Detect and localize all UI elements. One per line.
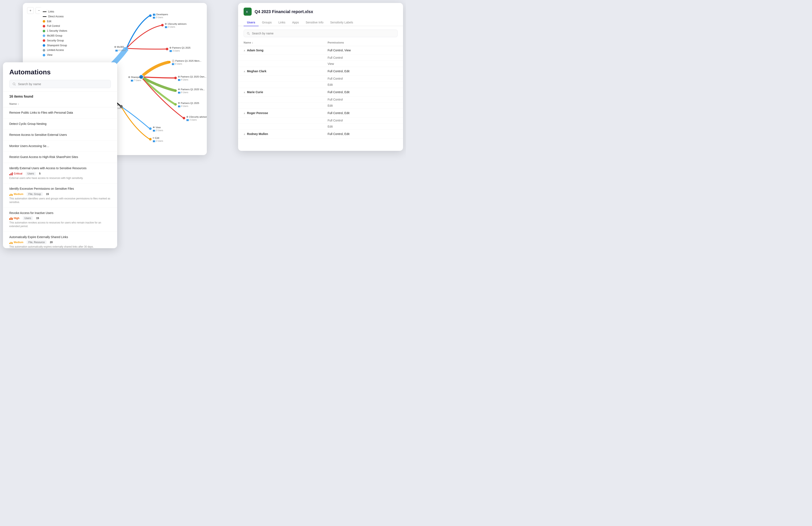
- tab-sensitive-info[interactable]: Sensitive Info: [302, 19, 327, 26]
- user-permission: Full Control, View: [322, 46, 403, 55]
- table-row: Edit: [238, 103, 403, 109]
- svg-text:👥 4 Users: 👥 4 Users: [115, 49, 126, 52]
- list-item[interactable]: Revoke Access for Inactive Users High Us…: [3, 208, 117, 232]
- svg-text:⚙ Ms365: ⚙ Ms365: [114, 46, 124, 48]
- svg-text:👥 6 Users: 👥 6 Users: [178, 91, 188, 94]
- svg-text:👥 3 Users: 👥 3 Users: [169, 49, 180, 52]
- svg-text:👥 6 Users: 👥 6 Users: [172, 62, 182, 65]
- list-item[interactable]: Detect Cyclic Group Nesting: [3, 119, 117, 130]
- type-tag: File, Resource: [27, 240, 46, 244]
- list-item[interactable]: Restrict Guest Access to High-Risk Share…: [3, 152, 117, 163]
- table-row: Full Control: [238, 138, 403, 139]
- svg-text:👥 3 Users: 👥 3 Users: [153, 129, 163, 132]
- automations-header: Automations: [3, 62, 117, 92]
- critical-icon: [9, 172, 13, 175]
- excel-icon: X: [245, 9, 250, 14]
- svg-text:👥 4 Users: 👥 4 Users: [178, 78, 188, 81]
- automation-list[interactable]: Remove Public Links to Files with Person…: [3, 107, 117, 248]
- svg-text:📋 Partners Q1 2025 Mem...: 📋 Partners Q1 2025 Mem...: [172, 59, 202, 62]
- user-permission: Full Control, Edit: [322, 88, 403, 96]
- users-table-scroll[interactable]: Name ↕ Permissions ∧Adam Song Full Contr…: [238, 39, 403, 139]
- automations-table-header: Name ↕: [3, 101, 117, 107]
- user-permission: Full Control, Edit: [322, 130, 403, 138]
- sub-permission: Edit: [322, 124, 403, 130]
- list-item[interactable]: Remove Access to Sensitive External User…: [3, 130, 117, 141]
- svg-line-1: [15, 85, 16, 85]
- sub-permission: Full Control: [322, 55, 403, 61]
- svg-point-23: [168, 61, 171, 63]
- automations-title: Automations: [9, 68, 111, 76]
- chevron-down-icon: ∧: [244, 133, 245, 135]
- svg-point-14: [149, 14, 151, 17]
- svg-point-29: [174, 89, 177, 92]
- tab-groups[interactable]: Groups: [259, 19, 275, 26]
- file-tabs: Users Groups Links Apps Sensitive Info S…: [238, 16, 403, 26]
- svg-text:⚙ Partners Q1 2025 Own...: ⚙ Partners Q1 2025 Own...: [178, 75, 206, 78]
- svg-text:⚙ 1Security advisors: ⚙ 1Security advisors: [165, 22, 187, 25]
- table-row[interactable]: ∧Marie Curie Full Control, Edit: [238, 88, 403, 96]
- table-row: Full Control: [238, 118, 403, 124]
- table-row: Full Control: [238, 96, 403, 103]
- list-item[interactable]: Identify External Users with Access to S…: [3, 163, 117, 183]
- table-row[interactable]: ∧Roger Penrose Full Control, Edit: [238, 109, 403, 118]
- table-row: View: [238, 61, 403, 67]
- table-row: Edit: [238, 82, 403, 88]
- graph-legend: Links Direct Access Edit Full Control 1 …: [40, 7, 70, 60]
- automations-search-box[interactable]: [9, 80, 111, 88]
- list-item[interactable]: Remove Public Links to Files with Person…: [3, 107, 117, 119]
- file-search-box[interactable]: [244, 30, 397, 37]
- search-icon: [247, 32, 250, 35]
- tab-sensitivity-labels[interactable]: Sensitivity Labels: [327, 19, 357, 26]
- svg-text:👥 7 Users: 👥 7 Users: [131, 79, 141, 82]
- user-name: ∧Meghan Clark: [238, 67, 322, 76]
- automations-search-input[interactable]: [18, 82, 107, 86]
- severity-badge: High: [9, 216, 19, 220]
- file-panel: X Q4 2023 Financial report.xlsx Users Gr…: [238, 3, 403, 151]
- tab-links[interactable]: Links: [275, 19, 289, 26]
- svg-text:⚙ 1Security advisors: ⚙ 1Security advisors: [186, 116, 207, 118]
- tab-users[interactable]: Users: [244, 19, 259, 26]
- type-tag: Users: [26, 172, 36, 176]
- severity-badge: Medium: [9, 193, 23, 196]
- col-permissions: Permissions: [322, 39, 403, 46]
- severity-badge: Medium: [9, 241, 23, 244]
- tab-apps[interactable]: Apps: [289, 19, 302, 26]
- svg-text:👥 3 Users: 👥 3 Users: [186, 119, 197, 121]
- chevron-down-icon: ∧: [244, 112, 245, 115]
- table-row[interactable]: ∧Adam Song Full Control, View: [238, 46, 403, 55]
- sub-permission: Full Control: [322, 118, 403, 124]
- svg-point-38: [149, 127, 151, 130]
- search-icon: [13, 82, 16, 86]
- col-name[interactable]: Name ↕: [238, 39, 322, 46]
- svg-point-35: [183, 117, 185, 119]
- list-item[interactable]: Monitor Users Accessing Se…: [3, 141, 117, 152]
- svg-point-17: [161, 24, 164, 26]
- table-row[interactable]: ∧Meghan Clark Full Control, Edit: [238, 67, 403, 76]
- user-permission: Full Control, Edit: [322, 67, 403, 76]
- user-name: ∧Marie Curie: [238, 88, 322, 96]
- type-tag: Users: [23, 216, 33, 220]
- items-count: 16 items found: [3, 92, 117, 101]
- svg-text:👥 Developers: 👥 Developers: [153, 13, 168, 16]
- svg-line-48: [249, 34, 250, 35]
- table-row[interactable]: ∧Rodney Mullen Full Control, Edit: [238, 130, 403, 138]
- table-row: Edit: [238, 124, 403, 130]
- table-row: Full Control: [238, 76, 403, 82]
- file-search-input[interactable]: [252, 32, 394, 35]
- table-row: Full Control: [238, 55, 403, 61]
- zoom-in-button[interactable]: +: [27, 7, 34, 14]
- svg-text:👁 Partners Q1 2025 Vis...: 👁 Partners Q1 2025 Vis...: [178, 88, 205, 91]
- type-tag: File, Group: [27, 192, 43, 196]
- users-table: Name ↕ Permissions ∧Adam Song Full Contr…: [238, 39, 403, 139]
- list-item[interactable]: Automatically Expire Externally Shared L…: [3, 232, 117, 248]
- file-title: Q4 2023 Financial report.xlsx: [255, 9, 313, 14]
- svg-text:✏ Edit: ✏ Edit: [153, 137, 159, 139]
- file-icon: X: [244, 7, 252, 16]
- user-name: ∧Rodney Mullen: [238, 130, 322, 138]
- high-icon: [9, 216, 13, 220]
- svg-point-41: [149, 138, 151, 140]
- user-name: ∧Roger Penrose: [238, 109, 322, 118]
- svg-text:👥 4 Users: 👥 4 Users: [178, 105, 188, 107]
- list-item[interactable]: Identify Excessive Permissions on Sensit…: [3, 183, 117, 208]
- svg-point-26: [174, 77, 177, 79]
